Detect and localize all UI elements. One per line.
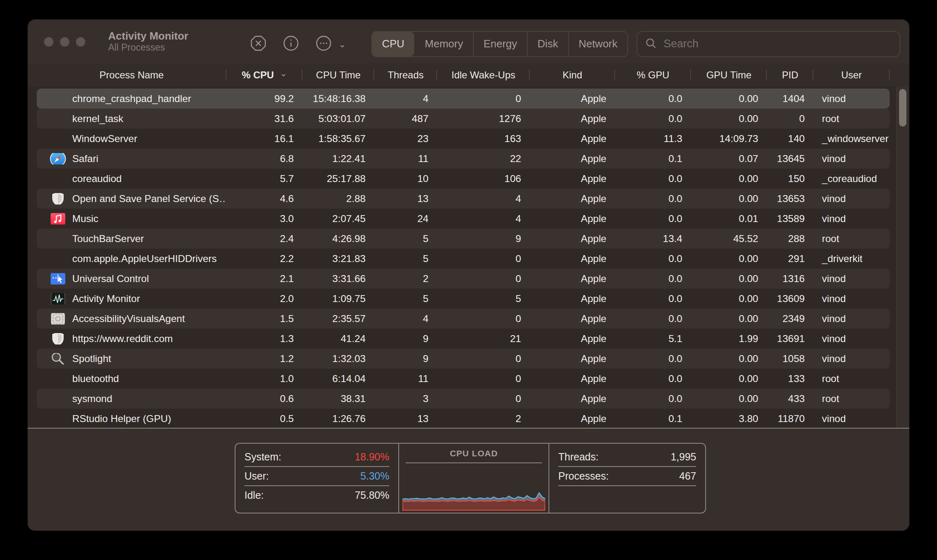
tab-cpu[interactable]: CPU <box>372 32 414 56</box>
column-header--gpu[interactable]: % GPU <box>615 63 691 87</box>
gpu-value: 13.4 <box>615 233 691 244</box>
threads-value: 5 <box>374 253 437 264</box>
column-header-process-name[interactable]: Process Name <box>37 63 226 87</box>
cpu-time-value: 25:17.88 <box>302 173 374 184</box>
table-row[interactable]: chrome_crashpad_handler99.215:48:16.3840… <box>37 89 890 109</box>
gpu-time-value: 0.07 <box>691 153 767 164</box>
user-value: root <box>813 373 890 384</box>
cpu-load-underline <box>406 462 542 463</box>
table-row[interactable]: Activity Monitor2.01:09.7555Apple0.00.00… <box>37 289 890 309</box>
cpu-load-section: CPU LOAD <box>398 444 549 513</box>
table-row[interactable]: Universal Control2.13:31.6620Apple0.00.0… <box>37 269 890 289</box>
tab-memory[interactable]: Memory <box>414 32 473 56</box>
pid-value: 13589 <box>767 213 813 224</box>
column-header-kind[interactable]: Kind <box>530 63 615 87</box>
gpu-time-value: 3.80 <box>691 413 767 424</box>
traffic-lights <box>44 37 85 47</box>
gpu-time-value: 0.00 <box>691 393 767 404</box>
table-row[interactable]: Safari6.81:22.411122Apple0.10.0713645vin… <box>37 149 890 169</box>
stat-row: Processes:467 <box>558 467 696 486</box>
idle-wakeups-value: 5 <box>437 293 530 304</box>
column-header-cpu-time[interactable]: CPU Time <box>302 63 374 87</box>
table-row[interactable]: Spotlight1.21:32.0390Apple0.00.001058vin… <box>37 349 890 369</box>
pid-value: 13653 <box>767 193 813 204</box>
vertical-scrollbar[interactable] <box>896 87 909 428</box>
table-row[interactable]: bluetoothd1.06:14.04110Apple0.00.00133ro… <box>37 369 890 389</box>
gpu-time-value: 0.00 <box>691 113 767 124</box>
cpu-value: 4.6 <box>226 193 302 204</box>
pid-value: 150 <box>767 173 813 184</box>
table-row[interactable]: WindowServer16.11:58:35.6723163Apple11.3… <box>37 129 890 149</box>
footer: System:18.90%User:5.30%Idle:75.80% CPU L… <box>28 429 909 531</box>
table-row[interactable]: AccessibilityVisualsAgent1.52:35.5740App… <box>37 309 890 329</box>
screen: Activity Monitor All Processes <box>0 0 937 560</box>
pid-value: 2349 <box>767 313 813 324</box>
idle-wakeups-value: 2 <box>437 413 530 424</box>
close-button[interactable] <box>44 37 53 47</box>
more-options-button[interactable] <box>315 35 333 53</box>
search-field[interactable] <box>637 31 900 57</box>
cpu-time-value: 5:03:01.07 <box>302 113 374 124</box>
info-icon <box>282 34 300 54</box>
cpu-time-value: 3:31.66 <box>302 273 374 284</box>
table-row[interactable]: coreaudiod5.725:17.8810106Apple0.00.0015… <box>37 169 890 189</box>
kind-value: Apple <box>530 233 615 244</box>
column-header-user[interactable]: User <box>813 63 890 87</box>
gpu-value: 0.0 <box>615 213 691 224</box>
stat-value: 5.30% <box>360 470 389 482</box>
cpu-value: 1.0 <box>226 373 302 384</box>
zoom-button[interactable] <box>76 37 85 47</box>
table-row[interactable]: kernel_task31.65:03:01.074871276Apple0.0… <box>37 109 890 129</box>
cpu-value: 6.8 <box>226 153 302 164</box>
column-header-gpu-time[interactable]: GPU Time <box>691 63 767 87</box>
table-row[interactable]: Open and Save Panel Service (S…4.62.8813… <box>37 189 890 209</box>
stat-row: User:5.30% <box>244 467 389 486</box>
stat-row: Threads:1,995 <box>558 448 696 467</box>
column-header-idle-wake-ups[interactable]: Idle Wake-Ups <box>437 63 530 87</box>
gpu-value: 0.0 <box>615 293 691 304</box>
sort-chevron-icon: ⌄ <box>280 68 287 79</box>
stat-label: System: <box>244 451 281 463</box>
table-row[interactable]: RStudio Helper (GPU)0.51:26.76132Apple0.… <box>37 409 890 428</box>
threads-value: 3 <box>374 393 437 404</box>
user-value: _windowserver <box>813 133 890 144</box>
threads-value: 9 <box>374 353 437 364</box>
cpu-time-value: 15:48:16.38 <box>302 93 374 104</box>
minimize-button[interactable] <box>60 37 69 47</box>
stat-label: User: <box>244 470 269 482</box>
window-title: Activity Monitor <box>108 30 188 42</box>
column-header-pid[interactable]: PID <box>767 63 813 87</box>
table-row[interactable]: com.apple.AppleUserHIDDrivers2.23:21.835… <box>37 249 890 269</box>
inspect-process-button[interactable] <box>282 35 300 53</box>
kind-value: Apple <box>530 253 615 264</box>
stat-value: 18.90% <box>355 451 389 463</box>
scrollbar-thumb[interactable] <box>899 89 906 127</box>
universal-control-icon <box>50 273 66 284</box>
process-name: coreaudiod <box>72 173 122 184</box>
tab-network[interactable]: Network <box>568 32 627 56</box>
kind-value: Apple <box>530 273 615 284</box>
kind-value: Apple <box>530 413 615 424</box>
pid-value: 1404 <box>767 93 813 104</box>
gpu-value: 0.0 <box>615 393 691 404</box>
table-row[interactable]: https://www.reddit.com1.341.24921Apple5.… <box>37 329 890 349</box>
kind-value: Apple <box>530 93 615 104</box>
pid-value: 13691 <box>767 333 813 344</box>
process-name: Open and Save Panel Service (S… <box>72 193 226 204</box>
table-row[interactable]: TouchBarServer2.44:26.9859Apple13.445.52… <box>37 229 890 249</box>
table-row[interactable]: sysmond0.638.3130Apple0.00.00433root <box>37 389 890 409</box>
search-input[interactable] <box>663 37 885 51</box>
shield-icon <box>50 333 66 344</box>
column-header-threads[interactable]: Threads <box>374 63 437 87</box>
stop-process-button[interactable] <box>249 35 267 53</box>
table-row[interactable]: Music3.02:07.45244Apple0.00.0113589vinod <box>37 209 890 229</box>
kind-value: Apple <box>530 133 615 144</box>
column-header--cpu[interactable]: % CPU⌄ <box>226 63 302 87</box>
tab-energy[interactable]: Energy <box>473 32 527 56</box>
gpu-time-value: 0.00 <box>691 373 767 384</box>
cpu-load-chart <box>402 469 545 511</box>
kind-value: Apple <box>530 353 615 364</box>
gpu-value: 5.1 <box>615 333 691 344</box>
tab-disk[interactable]: Disk <box>527 32 568 56</box>
gpu-value: 0.0 <box>615 253 691 264</box>
